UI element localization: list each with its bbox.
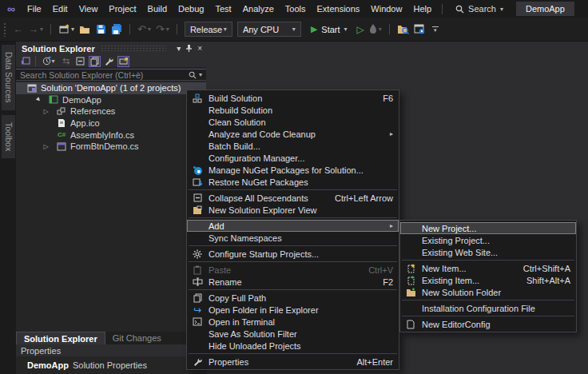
menu-debug[interactable]: Debug: [173, 0, 209, 18]
menu-item-rebuild-solution[interactable]: Rebuild Solution: [187, 104, 399, 116]
expander-collapsed-icon[interactable]: ▷: [42, 108, 50, 115]
hot-reload-button[interactable]: ▾: [367, 21, 384, 38]
empty-icon: [404, 247, 417, 257]
start-debug-button[interactable]: ▶ Start ▾: [306, 22, 352, 38]
menu-item-new-solution-folder[interactable]: New Solution Folder: [400, 286, 576, 298]
menu-item-sync-namespaces[interactable]: Sync Namespaces: [187, 232, 399, 244]
menu-item-configure-startup-projects[interactable]: Configure Startup Projects...: [187, 248, 399, 260]
redo-button[interactable]: ↷▾: [153, 21, 172, 38]
tab-solution-explorer[interactable]: Solution Explorer: [16, 332, 105, 344]
menu-extensions[interactable]: Extensions: [312, 0, 366, 18]
window-position-button[interactable]: ▾: [177, 44, 181, 53]
menu-item-existing-project[interactable]: Existing Project...: [400, 234, 576, 246]
switch-views-button[interactable]: [19, 56, 31, 67]
menu-item-existing-item[interactable]: Existing Item... Shift+Alt+A: [400, 274, 576, 286]
menu-item-batch-build[interactable]: Batch Build...: [187, 140, 399, 152]
save-icon: [96, 24, 106, 34]
tab-git-changes[interactable]: Git Changes: [105, 332, 169, 344]
collapse-all-button[interactable]: [74, 56, 86, 67]
menu-help[interactable]: Help: [407, 0, 437, 18]
menu-tools[interactable]: Tools: [280, 0, 312, 18]
menu-item-existing-web-site[interactable]: Existing Web Site...: [400, 246, 576, 258]
sync-with-active-document-button[interactable]: ⇆: [60, 56, 72, 67]
menu-project[interactable]: Project: [103, 0, 141, 18]
visual-studio-logo-icon: ∞: [0, 2, 22, 15]
menu-analyze[interactable]: Analyze: [237, 0, 280, 18]
menu-separator: [189, 289, 397, 290]
document-icon: [404, 319, 417, 329]
show-all-files-button[interactable]: [89, 56, 101, 67]
tab-toolbox[interactable]: Toolbox: [2, 115, 15, 158]
tree-item-references[interactable]: ▷ References: [16, 105, 206, 117]
undo-icon: ↶: [137, 21, 146, 38]
open-file-button[interactable]: [77, 21, 93, 38]
menu-item-copy-full-path[interactable]: Copy Full Path: [187, 292, 399, 304]
navigate-back-button[interactable]: ←: [10, 21, 26, 38]
expander-collapsed-icon[interactable]: ▷: [42, 143, 50, 150]
menu-item-installation-configuration-file[interactable]: Installation Configuration File: [400, 302, 576, 314]
tree-item-form[interactable]: ▷ FormBtnDemo.cs: [16, 141, 206, 153]
menu-item-save-as-solution-filter[interactable]: Save As Solution Filter: [187, 328, 399, 340]
tree-item-project[interactable]: ▼ DemoApp: [16, 94, 206, 106]
navigate-forward-button[interactable]: →▾: [26, 21, 46, 38]
menu-item-new-project[interactable]: New Project...: [400, 222, 576, 234]
tree-item-solution[interactable]: Solution 'DemoApp' (1 of 2 projects): [16, 82, 206, 94]
new-project-button[interactable]: ▾: [56, 21, 77, 38]
solution-window-button[interactable]: [411, 21, 427, 38]
menu-item-restore-nuget[interactable]: Restore NuGet Packages: [187, 176, 399, 188]
tree-item-appico[interactable]: App.ico: [16, 117, 206, 129]
menu-item-new-item[interactable]: New Item... Ctrl+Shift+A: [400, 262, 576, 274]
menu-item-open-folder-in-file-explorer[interactable]: ↪ Open Folder in File Explorer: [187, 304, 399, 316]
expander-expanded-icon[interactable]: ▼: [34, 96, 42, 103]
menu-item-open-in-terminal[interactable]: Open in Terminal: [187, 316, 399, 328]
menu-item-properties[interactable]: Properties Alt+Enter: [187, 356, 399, 368]
menu-item-clean-solution[interactable]: Clean Solution: [187, 116, 399, 128]
properties-object-selector[interactable]: DemoApp Solution Properties: [16, 356, 206, 374]
menu-item-configuration-manager[interactable]: Configuration Manager...: [187, 152, 399, 164]
new-folder-icon: [404, 287, 417, 297]
menu-file[interactable]: File: [22, 0, 47, 18]
menu-build[interactable]: Build: [142, 0, 173, 18]
menu-test[interactable]: Test: [209, 0, 236, 18]
menu-item-hide-unloaded-projects[interactable]: Hide Unloaded Projects: [187, 340, 399, 352]
search-box[interactable]: Search ▾: [447, 4, 511, 14]
menu-item-manage-nuget[interactable]: Manage NuGet Packages for Solution...: [187, 164, 399, 176]
close-button[interactable]: ×: [197, 44, 202, 53]
file-icon: [56, 118, 67, 128]
close-icon: ×: [197, 44, 202, 53]
menu-item-add[interactable]: Add ▸: [187, 220, 399, 232]
run-without-debug-button[interactable]: ▷: [355, 21, 367, 38]
menu-edit[interactable]: Edit: [47, 0, 74, 18]
find-in-files-button[interactable]: [395, 21, 411, 38]
pending-changes-filter-button[interactable]: ▾: [40, 56, 58, 67]
tree-item-assemblyinfo[interactable]: C# AssemblyInfo.cs: [16, 129, 206, 141]
menu-item-collapse-all-descendants[interactable]: Collapse All Descendants Ctrl+Left Arrow: [187, 192, 399, 204]
tab-data-sources[interactable]: Data Sources: [2, 45, 15, 110]
tool-window-tabs: Solution Explorer Git Changes: [16, 332, 206, 344]
save-all-button[interactable]: [109, 21, 125, 38]
left-tool-strip: Data Sources Toolbox: [0, 42, 16, 374]
save-button[interactable]: [93, 21, 109, 38]
menu-item-rename[interactable]: Rename F2: [187, 276, 399, 288]
menu-item-label: Add: [209, 221, 382, 231]
configuration-combo[interactable]: Release▾: [185, 22, 232, 37]
menu-view[interactable]: View: [74, 0, 104, 18]
menu-item-analyze-code-cleanup[interactable]: Analyze and Code Cleanup ▸: [187, 128, 399, 140]
pin-button[interactable]: [185, 44, 193, 54]
account-badge[interactable]: DemoApp: [516, 2, 574, 16]
menu-item-new-editorconfig[interactable]: New EditorConfig: [400, 318, 576, 330]
drag-texture[interactable]: [101, 45, 166, 52]
properties-button[interactable]: [103, 56, 115, 67]
menu-item-new-solution-explorer-view[interactable]: New Solution Explorer View: [187, 204, 399, 216]
preview-selected-items-button[interactable]: [117, 56, 129, 67]
menu-item-build-solution[interactable]: Build Solution F6: [187, 92, 399, 104]
toolbar-grip[interactable]: [3, 22, 6, 37]
toolbar-overflow-button[interactable]: ▾: [432, 26, 439, 32]
tree-item-label: DemoApp: [62, 95, 101, 105]
undo-button[interactable]: ↶▾: [135, 21, 153, 38]
search-input[interactable]: [20, 70, 189, 80]
configuration-value: Release: [190, 25, 222, 34]
menu-window[interactable]: Window: [365, 0, 407, 18]
chevron-down-icon: ▾: [71, 26, 74, 33]
platform-combo[interactable]: Any CPU▾: [237, 22, 301, 37]
